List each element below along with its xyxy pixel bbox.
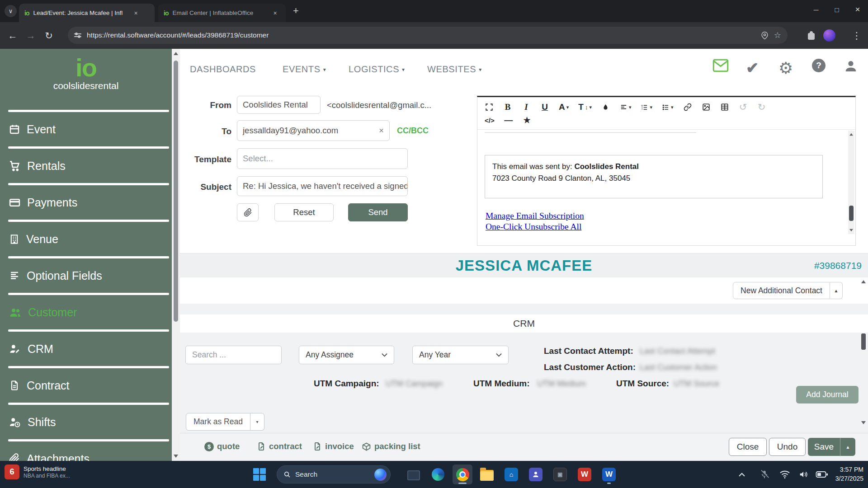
tasks-check-button[interactable]: ✔ (746, 59, 759, 77)
subject-input[interactable]: Re: Hi Jessica, we haven't received a si… (237, 176, 408, 196)
taskbar-app-red[interactable]: W (575, 465, 594, 484)
mark-as-read-button[interactable]: Mark as Read (186, 413, 250, 431)
tray-wifi[interactable] (779, 461, 790, 488)
taskbar-app-teams[interactable] (526, 465, 546, 484)
taskbar-clock[interactable]: 3:57 PM 3/27/2025 (835, 465, 863, 483)
tab-email-center[interactable]: io Email Center | InflatableOffice × (158, 4, 286, 22)
location-pin-icon[interactable] (761, 32, 769, 39)
nav-dashboards[interactable]: DASHBOARDS (190, 64, 256, 75)
contract-link[interactable]: contract (257, 441, 302, 451)
tab-search-chevron-icon[interactable]: ∨ (5, 5, 17, 17)
sidebar-item-crm[interactable]: CRM (0, 332, 172, 366)
window-maximize-button[interactable]: □ (826, 0, 847, 19)
redo-icon[interactable]: ↻ (757, 102, 766, 113)
editor-body[interactable]: This email was sent by: Coolslides Renta… (477, 130, 855, 235)
image-icon[interactable] (702, 103, 711, 111)
fullscreen-icon[interactable] (485, 103, 494, 111)
taskbar-app-store[interactable]: ⌂ (501, 465, 521, 484)
scrollbar-thumb[interactable] (861, 333, 866, 350)
nav-logistics[interactable]: LOGISTICS▾ (349, 64, 405, 75)
tab-lead-event[interactable]: io Lead/Event: Jessica Mcafee | Infl × (19, 4, 155, 22)
sidebar-item-customer[interactable]: Customer (0, 295, 172, 329)
account-button[interactable] (844, 59, 858, 73)
unsubscribe-link[interactable]: One-Click Unsubscribe All (486, 222, 581, 232)
sidebar-item-attachments[interactable]: Attachments (0, 441, 172, 461)
copilot-icon[interactable] (374, 469, 387, 481)
scroll-up-icon[interactable] (849, 133, 853, 136)
manage-subscription-link[interactable]: Manage Email Subscription (486, 211, 584, 221)
email-center-button[interactable] (712, 59, 729, 72)
sidebar-item-contract[interactable]: Contract (0, 368, 172, 403)
attach-button[interactable] (237, 203, 259, 221)
window-minimize-button[interactable]: ─ (806, 0, 826, 19)
font-color-icon[interactable]: A▾ (559, 102, 569, 112)
nav-events[interactable]: EVENTS▾ (283, 64, 326, 75)
new-tab-button[interactable]: + (293, 6, 299, 16)
tray-battery[interactable] (816, 461, 828, 488)
window-close-button[interactable]: × (847, 0, 868, 19)
taskbar-app-chrome[interactable] (453, 465, 472, 484)
extensions-icon[interactable] (808, 33, 815, 40)
sidebar-item-optional-fields[interactable]: Optional Fields (0, 258, 172, 293)
send-button[interactable]: Send (348, 203, 408, 221)
news-widget[interactable]: 6 Sports headline NBA and FIBA ex... (5, 465, 70, 479)
scroll-down-icon[interactable] (174, 455, 178, 458)
url-text[interactable]: https://rental.software/account/#/leads/… (87, 31, 755, 39)
taskbar-app-edge[interactable] (428, 465, 448, 484)
page-scrollbar[interactable] (860, 277, 867, 433)
template-select[interactable]: Select... (237, 148, 408, 169)
sidebar-scrollbar[interactable] (172, 49, 180, 461)
undo-icon[interactable]: ↺ (739, 102, 748, 113)
star-icon[interactable]: ★ (523, 115, 532, 125)
editor-scrollbar[interactable] (848, 131, 854, 234)
new-additional-contact-toggle[interactable]: ▲ (830, 282, 843, 299)
link-icon[interactable] (683, 103, 692, 111)
sidebar-item-payments[interactable]: Payments (0, 185, 172, 220)
tab-close-icon[interactable]: × (132, 9, 137, 17)
highlight-droplet-icon[interactable] (601, 103, 610, 111)
address-bar[interactable]: https://rental.software/account/#/leads/… (68, 27, 788, 44)
clear-to-icon[interactable]: × (379, 126, 384, 136)
ordered-list-icon[interactable]: ▾ (641, 104, 652, 111)
code-view-icon[interactable]: </> (485, 117, 495, 124)
settings-button[interactable]: ⚙ (778, 59, 793, 78)
assignee-select[interactable]: Any Assignee (299, 346, 394, 364)
unordered-list-icon[interactable]: ▾ (662, 104, 674, 111)
lead-id[interactable]: #39868719 (814, 260, 862, 271)
start-button[interactable] (253, 468, 266, 481)
sidebar-item-event[interactable]: Event (0, 112, 172, 146)
scrollbar-thumb[interactable] (174, 61, 178, 322)
table-icon[interactable] (720, 103, 729, 111)
to-input[interactable]: jessallday91@yahoo.com × (237, 120, 390, 141)
mark-as-read-toggle[interactable]: ▾ (250, 413, 264, 431)
tray-volume[interactable] (798, 461, 809, 488)
font-size-icon[interactable]: T↕▾ (578, 102, 592, 112)
profile-avatar[interactable] (823, 29, 835, 42)
quote-link[interactable]: $ quote (204, 441, 240, 451)
sidebar-item-rentals[interactable]: Rentals (0, 149, 172, 183)
scroll-down-icon[interactable] (861, 421, 866, 424)
crm-search-input[interactable]: Search ... (185, 346, 282, 364)
tab-close-icon[interactable]: × (271, 9, 277, 17)
save-options-toggle[interactable]: ▲ (840, 438, 855, 456)
bookmark-star-icon[interactable]: ☆ (774, 30, 781, 40)
close-button[interactable]: Close (729, 438, 767, 456)
add-journal-button[interactable]: Add Journal (796, 386, 859, 404)
taskbar-app-word[interactable]: W (599, 465, 619, 484)
sidebar-item-shifts[interactable]: Shifts (0, 405, 172, 439)
sidebar-item-venue[interactable]: Venue (0, 222, 172, 256)
back-button[interactable]: ← (4, 30, 22, 41)
new-additional-contact-button[interactable]: New Additional Contact (733, 282, 830, 299)
taskbar-app-file-explorer[interactable] (477, 465, 497, 484)
tray-mic-muted[interactable] (760, 461, 769, 488)
year-select[interactable]: Any Year (412, 346, 509, 364)
taskbar-app-taskview[interactable] (404, 465, 424, 484)
taskbar-search[interactable]: Search (277, 465, 391, 483)
scroll-up-icon[interactable] (861, 280, 866, 283)
help-button[interactable]: ? (812, 59, 826, 72)
italic-icon[interactable]: I (522, 102, 531, 112)
align-icon[interactable]: ▾ (620, 104, 632, 111)
reset-button[interactable]: Reset (274, 203, 334, 221)
taskbar-app-dark[interactable]: ▣ (550, 465, 570, 484)
reload-button[interactable]: ↻ (40, 30, 58, 41)
